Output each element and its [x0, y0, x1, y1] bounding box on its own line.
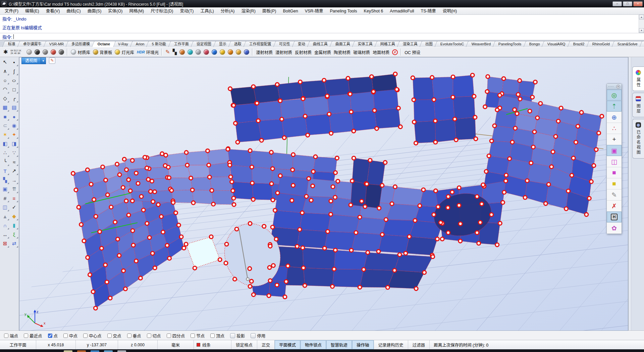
hdr-environment-button[interactable]: HDR 环境光 — [136, 48, 160, 56]
toolbar-tab[interactable]: 渲染工具 — [397, 41, 423, 47]
checkbox[interactable] — [107, 334, 112, 338]
osnap-checkbox[interactable]: 顶点 — [210, 333, 224, 339]
blend-curve-tool[interactable]: ≈ — [10, 158, 18, 166]
ts-select-edge-button[interactable]: ◫ — [607, 156, 622, 167]
osnap-checkbox[interactable]: 最近点 — [24, 333, 42, 339]
change-layer-tool[interactable]: → — [10, 176, 18, 184]
menu-item[interactable]: 分析(A) — [217, 8, 238, 14]
extrude-tool[interactable]: ⇈ — [10, 185, 18, 193]
explode-tool[interactable]: ✦ — [10, 130, 18, 139]
toolbar-tab[interactable]: Scan&Solve — [611, 41, 643, 47]
status-segment[interactable]: z 0.000 — [118, 340, 158, 349]
maximize-button[interactable]: □ — [623, 1, 632, 6]
menu-item[interactable]: 查看(V) — [43, 8, 63, 14]
ts-select-vertex-button[interactable]: ▣ — [607, 145, 622, 156]
ground-material-button[interactable]: 地面材质 — [371, 48, 391, 56]
panel-resize-gutter[interactable] — [629, 57, 631, 331]
osnap-checkbox[interactable]: 垂点 — [127, 333, 141, 339]
toolbar-tab[interactable]: 曲面工具 — [329, 41, 356, 47]
scroll-up-icon[interactable]: ▲ — [639, 15, 644, 19]
menu-item[interactable]: 尺寸标注(D) — [147, 8, 176, 14]
material-ball-silver-icon[interactable] — [25, 48, 33, 56]
menu-item[interactable]: 渲染(R) — [238, 8, 259, 14]
status-toggle[interactable]: 正交 — [257, 340, 275, 349]
solid-cube-tool[interactable]: ▣ — [1, 185, 9, 193]
arc-tool[interactable]: ◠ — [1, 85, 9, 94]
osnap-checkbox[interactable]: 点 — [48, 333, 58, 339]
toolbar-button[interactable] — [161, 48, 163, 56]
toolbar-tab[interactable]: 工作视窗配置 — [243, 41, 277, 47]
ts-gyro-button[interactable]: ⊕ — [607, 112, 622, 123]
osnap-checkbox[interactable]: 节点 — [191, 333, 205, 339]
trim-tool[interactable]: ◧ — [1, 139, 9, 148]
taskbar-app-icon[interactable] — [64, 350, 72, 352]
menu-item[interactable]: 编辑(E) — [22, 8, 43, 14]
taskbar-app-icon[interactable] — [117, 350, 126, 352]
menu-item[interactable]: 曲线(C) — [63, 8, 84, 14]
checkbox[interactable] — [63, 334, 68, 338]
toolbar-button[interactable] — [67, 48, 68, 56]
toolbar-tab[interactable]: RhinoGold — [586, 41, 615, 47]
material-ball-red-icon[interactable] — [49, 48, 57, 56]
osnap-checkbox[interactable]: 中点 — [63, 333, 77, 339]
mesh-sphere-tool[interactable]: ◉ — [10, 121, 18, 130]
checkbox[interactable] — [210, 334, 215, 338]
menu-item[interactable]: TS-随意 — [418, 8, 439, 14]
copy-tool[interactable]: ▚ — [1, 176, 9, 184]
ts-node-axes-button[interactable]: ∴ — [607, 123, 622, 134]
rectangle-tool[interactable]: □ — [10, 85, 18, 94]
status-segment[interactable]: 线条 — [194, 340, 231, 349]
gem-material-icon[interactable] — [186, 48, 194, 56]
taskbar-app-icon[interactable] — [104, 350, 113, 352]
boolean-tool[interactable]: ✶ — [1, 130, 9, 139]
airbrush-icon[interactable]: ✎ — [164, 48, 171, 56]
ts-clear-selection-button[interactable]: ✗ — [607, 201, 622, 212]
viewport-name-tab[interactable]: 透视图 — [21, 57, 41, 64]
status-toggle[interactable]: 物件锁点 — [301, 340, 326, 349]
close-icon[interactable]: × — [616, 85, 620, 89]
osnap-checkbox[interactable]: 交点 — [107, 333, 121, 339]
window-titlebar[interactable]: G:\模型文件\丁方车\Car modol TS houdu ceshi2.3d… — [0, 0, 644, 7]
ts-move-button[interactable]: + — [607, 134, 622, 145]
checkbox[interactable] — [24, 334, 28, 338]
menu-item[interactable]: BoltGen — [279, 8, 301, 14]
menu-item[interactable]: 网格(M) — [126, 8, 147, 14]
checkbox[interactable] — [48, 334, 52, 338]
box-tool[interactable]: ■ — [1, 112, 9, 121]
text-tool[interactable]: T — [1, 167, 9, 175]
blue-sphere-icon[interactable] — [210, 48, 218, 56]
ceramic-material-button[interactable]: 陶瓷材质 — [332, 48, 352, 56]
material-ball-half-icon[interactable] — [57, 48, 65, 56]
checkbox[interactable] — [251, 333, 256, 338]
material-library-button[interactable]: 材质库 — [69, 48, 92, 56]
ts-settings-button[interactable]: ✿ — [607, 223, 622, 234]
osnap-checkbox[interactable]: 中心点 — [83, 333, 102, 339]
toolbar-tab[interactable]: 多边形建模 — [66, 41, 96, 47]
panel-tab-layers[interactable]: 图层 — [632, 93, 644, 117]
toolbar-tab[interactable]: EvoluteToolsC — [434, 41, 470, 47]
toolbar-tab[interactable]: 实体工具 — [352, 41, 378, 47]
polyline-tool[interactable]: ∧ — [1, 67, 9, 76]
checkbox[interactable] — [191, 334, 195, 338]
constraint-tool[interactable]: ↔ — [1, 230, 9, 239]
group-tool[interactable]: ∴ — [1, 148, 9, 157]
fillet-curve-tool[interactable]: ╰ — [1, 158, 9, 166]
toolbar-tab[interactable]: Octane — [92, 41, 116, 47]
toolbar-tab[interactable]: VisualARQ — [542, 41, 572, 47]
viewport-3d-canvas[interactable] — [19, 57, 628, 331]
cylinder-tool[interactable]: ▮ — [10, 221, 18, 230]
menu-item[interactable]: 实体(O) — [105, 8, 126, 14]
toolbar-button[interactable] — [252, 48, 253, 56]
checkbox[interactable] — [127, 334, 131, 338]
status-toggle[interactable]: 操作轴 — [352, 340, 374, 349]
move-point-tool[interactable]: ↗ — [10, 167, 18, 175]
ts-select-face-button[interactable]: ■ — [607, 167, 622, 178]
delete-material-icon[interactable]: ✗ — [391, 48, 399, 56]
toolbar-button[interactable] — [400, 48, 402, 56]
material-ball-gray-icon[interactable] — [41, 48, 49, 56]
taskbar-app-icon[interactable] — [77, 350, 86, 352]
primitives-tool[interactable]: ▲ — [1, 212, 9, 221]
toolbar-drag-handle[interactable]: ···· × — [607, 84, 622, 90]
menu-item[interactable]: Paneling Tools — [327, 8, 361, 14]
toolbar-tab[interactable]: WeaverBird — [466, 41, 496, 47]
